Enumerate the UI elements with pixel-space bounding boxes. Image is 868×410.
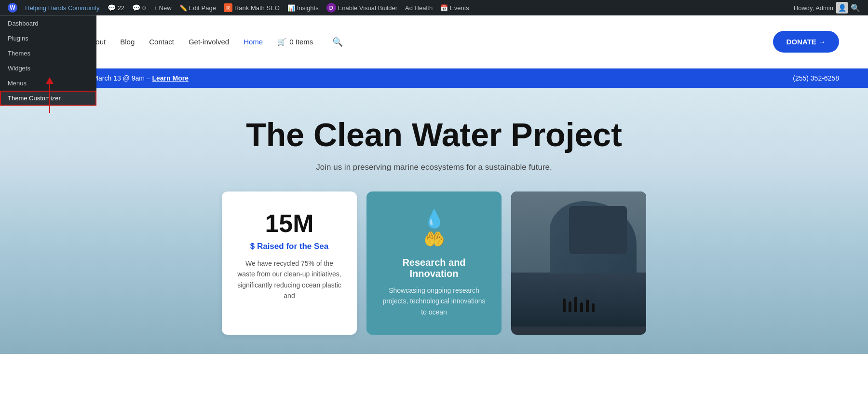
edit-page-item[interactable]: ✏️ Edit Page <box>176 0 220 15</box>
menu-item-widgets[interactable]: Widgets <box>0 61 96 76</box>
image-card-inner <box>511 191 646 327</box>
wp-logo-icon: W <box>8 3 17 13</box>
admin-bar: W Helping Hands Community 💬 22 💬 0 + New… <box>0 0 868 15</box>
cart-count: 0 Items <box>289 38 313 46</box>
rank-math-label: Rank Math SEO <box>234 4 280 12</box>
zero-comments-item[interactable]: 💬 0 <box>128 0 149 15</box>
site-name-item[interactable]: Helping Hands Community <box>21 0 104 15</box>
comments-item[interactable]: 💬 22 <box>104 0 128 15</box>
admin-bar-right: Howdy, Admin 👤 🔍 <box>790 2 864 14</box>
card-stat-label: $ Raised for the Sea <box>237 242 341 251</box>
divi-item[interactable]: D Enable Visual Builder <box>323 0 401 15</box>
site-content: D About Blog Contact Get-involved Home 🛒… <box>0 15 868 410</box>
teal-card-title: Research and Innovation <box>382 257 486 279</box>
new-label: + New <box>153 4 171 12</box>
pencil-icon: ✏️ <box>179 4 187 12</box>
teal-card: 💧🤲 Research and Innovation Showcasing on… <box>366 191 502 335</box>
donate-button[interactable]: DONATE → <box>773 31 839 53</box>
banner-phone: (255) 352-6258 <box>793 74 839 82</box>
calendar-icon: 📅 <box>440 4 448 12</box>
events-item[interactable]: 📅 Events <box>436 0 473 15</box>
donate-label: DONATE → <box>787 38 826 46</box>
nav-get-involved[interactable]: Get-involved <box>189 38 229 46</box>
avatar: 👤 <box>836 2 848 14</box>
nav-blog[interactable]: Blog <box>120 38 135 46</box>
comment-icon: 💬 <box>108 4 116 12</box>
search-admin-icon[interactable]: 🔍 <box>851 3 860 13</box>
rankmath-icon: R <box>224 3 232 12</box>
nav-contact[interactable]: Contact <box>149 38 174 46</box>
ad-health-label: Ad Health <box>405 4 433 12</box>
enable-visual-builder-label: Enable Visual Builder <box>338 4 397 12</box>
new-item[interactable]: + New <box>149 0 175 15</box>
site-nav: About Blog Contact Get-involved Home 🛒 0… <box>87 37 773 47</box>
comment-count: 22 <box>118 4 124 12</box>
zero-count: 0 <box>142 4 146 12</box>
hero-title: The Clean Water Project <box>246 117 622 153</box>
image-card <box>511 191 646 335</box>
nav-cart[interactable]: 🛒 0 Items <box>277 38 313 46</box>
howdy-label: Howdy, Admin <box>794 4 833 12</box>
divi-icon: D <box>326 3 336 13</box>
card-stat-desc: We have recycled 75% of the waste from o… <box>237 258 341 301</box>
menu-item-dashboard[interactable]: Dashboard <box>0 16 96 31</box>
menu-item-menus[interactable]: Menus <box>0 76 96 91</box>
water-drop-icon: 💧🤲 <box>382 209 486 249</box>
ad-health-item[interactable]: Ad Health <box>401 0 436 15</box>
insights-item[interactable]: 📊 Insights <box>284 0 323 15</box>
rank-math-item[interactable]: R Rank Math SEO <box>220 0 284 15</box>
bar-chart-icon: 📊 <box>287 4 295 12</box>
site-name-label: Helping Hands Community <box>25 4 100 12</box>
menu-item-plugins[interactable]: Plugins <box>0 31 96 46</box>
wp-logo-item[interactable]: W <box>4 0 21 15</box>
announcement-banner: Beach Cleanup Day: March 13 @ 9am – Lear… <box>0 68 868 88</box>
cart-icon: 🛒 <box>277 38 286 46</box>
themes-dropdown-menu: Dashboard Plugins Themes Widgets Menus T… <box>0 15 96 106</box>
banner-link[interactable]: Learn More <box>152 74 188 82</box>
hero-subtitle: Join us in preserving marine ecosystems … <box>316 163 552 172</box>
site-header: D About Blog Contact Get-involved Home 🛒… <box>0 15 868 68</box>
insights-label: Insights <box>297 4 319 12</box>
edit-page-label: Edit Page <box>189 4 216 12</box>
coastal-scene <box>511 191 646 327</box>
stat-card: 15M $ Raised for the Sea We have recycle… <box>222 191 357 335</box>
menu-item-themes[interactable]: Themes <box>0 46 96 61</box>
search-icon[interactable]: 🔍 <box>332 37 343 47</box>
speech-icon: 💬 <box>132 4 140 12</box>
nav-home[interactable]: Home <box>244 38 263 46</box>
cards-section: 15M $ Raised for the Sea We have recycle… <box>125 191 743 335</box>
howdy-item[interactable]: Howdy, Admin 👤 🔍 <box>790 2 864 14</box>
card-stat-number: 15M <box>237 209 341 238</box>
teal-card-desc: Showcasing ongoing research projects, te… <box>382 285 486 317</box>
menu-item-theme-customizer[interactable]: Theme Customizer <box>0 91 96 106</box>
hero-section: The Clean Water Project Join us in prese… <box>0 88 868 354</box>
events-label: Events <box>450 4 469 12</box>
